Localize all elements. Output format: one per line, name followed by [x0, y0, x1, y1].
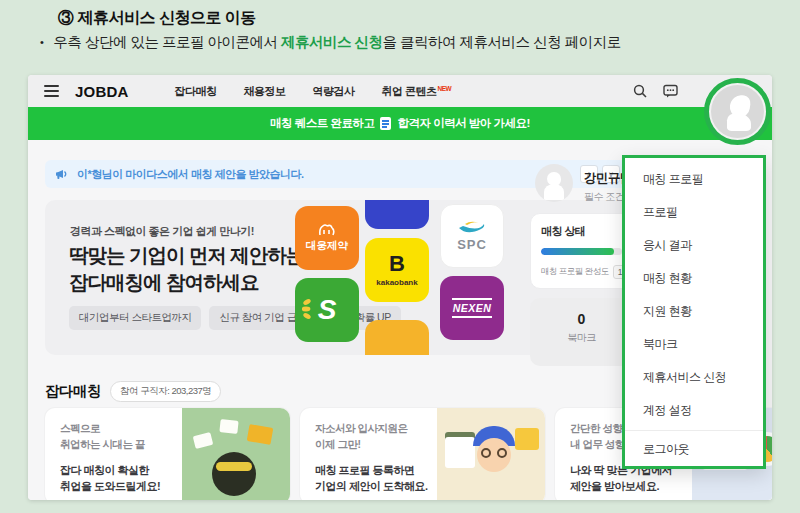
card-main-line: 매칭 프로필 등록하면 [315, 464, 415, 476]
new-badge: NEW [438, 85, 452, 92]
s-leaf-icon [302, 296, 320, 322]
hero-title: 딱맞는 기업이 먼저 제안하는잡다매칭에 참여하세요 [69, 242, 304, 297]
card-illustration-envelopes [182, 408, 290, 500]
nav-item-content[interactable]: 취업 콘텐츠NEW [382, 84, 452, 99]
jobda-logo[interactable]: JOBDA [75, 83, 129, 100]
section-title: 잡다매칭 [45, 382, 101, 401]
card-text: 자소서와 입사지원은이제 그만! 매칭 프로필 등록하면기업의 제안이 도착해요… [300, 408, 437, 500]
card-sub-line: 이제 그만! [315, 438, 360, 450]
completeness-row: 매칭 프로필 완성도 10 [541, 265, 622, 279]
card-sub-line: 취업하는 시대는 끝 [60, 438, 145, 450]
person-silhouette-icon [535, 164, 573, 202]
dropdown-item-test-results[interactable]: 응시 결과 [625, 229, 763, 262]
card-main-line: 제안을 받아보세요. [570, 480, 659, 492]
nexen-label: NEXEN [452, 298, 493, 318]
step-heading: ③ 제휴서비스 신청으로 이동 [58, 8, 256, 29]
profile-dropdown-menu: 매칭 프로필 프로필 응시 결과 매칭 현황 지원 현황 북마크 제휴서비스 신… [622, 155, 766, 469]
nav-menu: 잡다매칭 채용정보 역량검사 취업 콘텐츠NEW [175, 84, 452, 99]
card-main-text: 매칭 프로필 등록하면기업의 제안이 도착해요. [315, 462, 437, 495]
step-bullet: •우측 상단에 있는 프로필 아이콘에서 제휴서비스 신청을 클릭하여 제휴서비… [40, 33, 621, 52]
completeness-label: 매칭 프로필 완성도 [541, 266, 609, 278]
matching-card-1[interactable]: 스펙으로취업하는 시대는 끝 잡다 매칭이 확실한취업을 도와드릴게요! [45, 408, 290, 500]
matching-section-head: 잡다매칭 참여 구직자: 203,237명 [45, 381, 221, 402]
dropdown-item-partner-service[interactable]: 제휴서비스 신청 [625, 361, 763, 394]
s-letter-mark: S [318, 294, 337, 326]
quest-text-right: 합격자 이력서 받아 가세요! [397, 116, 529, 131]
card-sub-line: 스펙으로 [60, 422, 100, 434]
dropdown-item-matching-profile[interactable]: 매칭 프로필 [625, 163, 763, 196]
notice-text: 이*형님이 마이다스에서 매칭 제안을 받았습니다. [77, 167, 304, 182]
nav-item-jobs[interactable]: 채용정보 [244, 84, 286, 99]
dropdown-item-matching-status[interactable]: 매칭 현황 [625, 262, 763, 295]
megaphone-icon [55, 168, 69, 181]
card-illustration-character [437, 408, 545, 500]
bullet-highlight: 제휴서비스 신청 [281, 34, 383, 50]
profile-avatar-highlight-ring[interactable] [704, 78, 771, 145]
card-subtitle: 자소서와 입사지원은이제 그만! [315, 421, 437, 453]
nav-item-matching[interactable]: 잡다매칭 [175, 84, 217, 99]
profile-progress-fill [541, 248, 614, 255]
hero-eyebrow: 경력과 스펙없이 좋은 기업 쉽게 만나기! [70, 224, 254, 239]
kakaobank-b-mark: B [389, 253, 405, 275]
card-sub-line: 자소서와 입사지원은 [315, 422, 407, 434]
company-logo-nexen: NEXEN [440, 276, 504, 340]
hamburger-icon[interactable] [44, 85, 59, 97]
hero-title-line1: 딱맞는 기업이 먼저 제안하는 [69, 244, 304, 266]
nav-item-content-label: 취업 콘텐츠 [382, 85, 437, 97]
hero-title-line2: 잡다매칭에 참여하세요 [69, 271, 258, 293]
company-logo-daewoong: 대웅제약 [295, 206, 359, 270]
card-main-line: 취업을 도와드릴게요! [60, 480, 160, 492]
card-main-line: 기업의 제안이 도착해요. [315, 480, 428, 492]
quest-banner[interactable]: 매칭 퀘스트 완료하고 합격자 이력서 받아 가세요! [28, 107, 772, 140]
nav-item-competency-test[interactable]: 역량검사 [313, 84, 355, 99]
sidebar-avatar[interactable] [535, 164, 573, 202]
bullet-text-prefix: 우측 상단에 있는 프로필 아이콘에서 [53, 34, 281, 50]
matching-card-2[interactable]: 자소서와 입사지원은이제 그만! 매칭 프로필 등록하면기업의 제안이 도착해요… [300, 408, 545, 500]
quest-text-left: 매칭 퀘스트 완료하고 [270, 116, 374, 131]
daewoong-label: 대웅제약 [306, 239, 348, 253]
matching-status-card: 매칭 상태 매칭 프로필 완성도 10 [530, 213, 633, 289]
bullet-text-suffix: 을 클릭하여 제휴서비스 신청 페이지로 [383, 34, 621, 50]
top-nav: JOBDA 잡다매칭 채용정보 역량검사 취업 콘텐츠NEW [28, 75, 772, 107]
spc-label: SPC [457, 237, 487, 252]
bullet-dot: • [40, 36, 43, 48]
participants-badge: 참여 구직자: 203,237명 [110, 381, 221, 402]
bookmark-label: 북마크 [530, 331, 633, 345]
card-main-line: 잡다 매칭이 확실한 [60, 464, 149, 476]
profile-progress-bar [541, 248, 622, 255]
dropdown-item-application-status[interactable]: 지원 현황 [625, 295, 763, 328]
company-logo-s: S [295, 278, 359, 342]
bookmark-card[interactable]: 0 북마크 [530, 298, 633, 366]
card-subtitle: 스펙으로취업하는 시대는 끝 [60, 421, 182, 453]
bookmark-count: 0 [530, 311, 633, 327]
company-logo-tile [365, 200, 429, 229]
dropdown-item-profile[interactable]: 프로필 [625, 196, 763, 229]
daewoong-mark-icon [317, 223, 337, 237]
card-main-text: 잡다 매칭이 확실한취업을 도와드릴게요! [60, 462, 182, 495]
card-text: 스펙으로취업하는 시대는 끝 잡다 매칭이 확실한취업을 도와드릴게요! [45, 408, 182, 500]
nav-icon-group [633, 84, 678, 98]
kakaobank-label: kakaobank [376, 278, 417, 287]
matching-status-label: 매칭 상태 [541, 224, 622, 239]
company-logo-kakaobank: B kakaobank [365, 238, 429, 302]
spc-swoosh-icon [457, 220, 487, 236]
dropdown-divider [625, 430, 763, 431]
resume-doc-icon [380, 117, 391, 130]
browser-window: JOBDA 잡다매칭 채용정보 역량검사 취업 콘텐츠NEW 매칭 퀘스트 완료… [28, 75, 772, 500]
profile-avatar[interactable] [711, 85, 764, 138]
company-logo-tile [365, 320, 429, 355]
search-icon[interactable] [633, 84, 647, 98]
chat-icon[interactable] [663, 84, 678, 98]
dropdown-item-bookmark[interactable]: 북마크 [625, 328, 763, 361]
dropdown-item-logout[interactable]: 로그아웃 [625, 433, 763, 466]
hero-chip: 대기업부터 스타트업까지 [69, 306, 201, 330]
company-logo-spc: SPC [440, 204, 504, 268]
dropdown-item-account-settings[interactable]: 계정 설정 [625, 394, 763, 427]
